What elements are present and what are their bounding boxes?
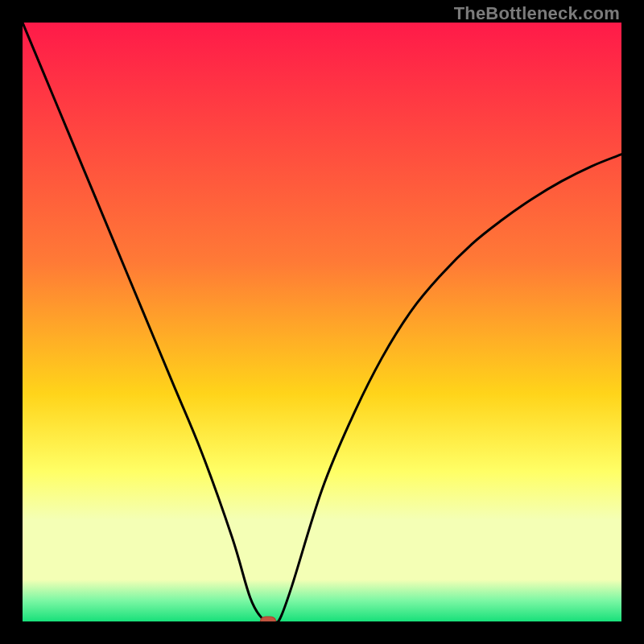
- optimal-point-marker: [260, 617, 275, 621]
- bottleneck-chart: [23, 23, 621, 621]
- watermark-text: TheBottleneck.com: [454, 3, 620, 24]
- chart-frame: TheBottleneck.com: [0, 0, 644, 644]
- gradient-background: [23, 23, 621, 621]
